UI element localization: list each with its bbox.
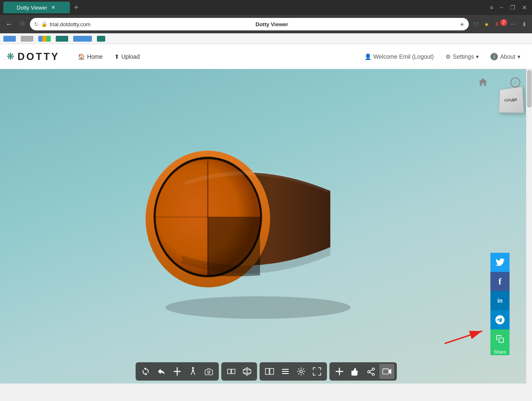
svg-rect-9 bbox=[228, 369, 231, 374]
main-nav: 🏠 Home ⬆ Upload bbox=[73, 51, 145, 62]
share-action-button[interactable] bbox=[364, 364, 379, 379]
viewer-info-button[interactable]: i bbox=[510, 77, 520, 87]
toolbar-group-nav bbox=[136, 362, 219, 381]
zoom-button[interactable] bbox=[170, 364, 185, 379]
browser-window: Dotty Viewer ✕ + ≡ − ❐ ✕ ← Я ↻ 🔒 trial.d… bbox=[0, 0, 532, 44]
badge-7-icon: 7 bbox=[500, 19, 507, 26]
toolbar-group-structure bbox=[260, 362, 327, 381]
like-button[interactable] bbox=[348, 364, 363, 379]
nav-cube[interactable]: СЗАДИ bbox=[498, 87, 526, 116]
bookmark-1[interactable] bbox=[3, 36, 16, 42]
svg-rect-10 bbox=[231, 369, 235, 374]
nav-home-label: Home bbox=[87, 53, 102, 60]
restore-icon[interactable]: ❐ bbox=[508, 4, 517, 11]
nav-extensions: 🛡 ★ K 7 ··· ⬇ bbox=[471, 20, 529, 29]
tab-favicon bbox=[8, 5, 14, 10]
lock-icon: 🔒 bbox=[41, 21, 47, 27]
list-button[interactable] bbox=[278, 364, 293, 379]
toolbar-group-actions bbox=[329, 362, 397, 381]
svg-marker-29 bbox=[388, 369, 391, 374]
about-chevron-icon: ▾ bbox=[517, 53, 520, 60]
svg-point-24 bbox=[367, 371, 369, 373]
address-bar[interactable]: ↻ 🔒 trial.dotdotty.com Dotty Viewer ★ bbox=[30, 18, 469, 30]
user-menu[interactable]: 👤 Welcome Emil (Logout) bbox=[359, 51, 439, 62]
svg-point-8 bbox=[208, 371, 210, 373]
url-page: Dotty Viewer bbox=[255, 21, 457, 27]
toolbar-group-view bbox=[221, 362, 257, 381]
bookmark-6[interactable] bbox=[97, 36, 105, 42]
fit-view-button[interactable] bbox=[224, 364, 239, 379]
logo-text: DOTTY bbox=[17, 51, 59, 62]
refresh-icon[interactable]: ↻ bbox=[34, 21, 39, 27]
svg-point-23 bbox=[372, 368, 374, 370]
walk-button[interactable] bbox=[186, 364, 200, 379]
copy-share-button[interactable] bbox=[490, 329, 510, 349]
header-right: 👤 Welcome Emil (Logout) ⚙ Settings ▾ i A… bbox=[359, 50, 525, 63]
pipe-object bbox=[134, 102, 366, 337]
svg-rect-28 bbox=[383, 369, 388, 374]
star-icon[interactable]: ★ bbox=[482, 20, 491, 29]
more-dots-icon[interactable]: ··· bbox=[509, 20, 518, 29]
facebook-share-button[interactable]: f bbox=[490, 272, 510, 291]
bookmark-2[interactable] bbox=[21, 36, 33, 42]
viewer-home-button[interactable] bbox=[478, 77, 488, 90]
viewer-area[interactable]: i СЗАДИ f in Share bbox=[0, 69, 532, 384]
svg-point-25 bbox=[372, 374, 374, 376]
bookmark-star-icon[interactable]: ★ bbox=[460, 21, 465, 27]
nav-bar: ← Я ↻ 🔒 trial.dotdotty.com Dotty Viewer … bbox=[0, 15, 532, 33]
svg-line-26 bbox=[369, 372, 372, 374]
add-button[interactable] bbox=[332, 364, 347, 379]
settings-menu[interactable]: ⚙ Settings ▾ bbox=[440, 51, 484, 62]
close-icon[interactable]: ✕ bbox=[520, 4, 529, 11]
twitter-share-button[interactable] bbox=[490, 253, 510, 272]
cube-label: СЗАДИ bbox=[504, 97, 517, 102]
dotty-logo: ❋ DOTTY bbox=[7, 51, 59, 62]
share-panel: f in Share bbox=[490, 253, 510, 355]
svg-rect-4 bbox=[499, 338, 504, 343]
pan-button[interactable] bbox=[154, 364, 169, 379]
bookmark-4[interactable] bbox=[56, 36, 68, 42]
bookmark-3[interactable] bbox=[38, 36, 51, 42]
nav-upload-label: Upload bbox=[121, 53, 140, 60]
telegram-share-button[interactable] bbox=[490, 310, 510, 329]
user-icon: 👤 bbox=[364, 53, 371, 60]
bottom-toolbar bbox=[0, 359, 532, 384]
record-button[interactable] bbox=[379, 364, 394, 379]
info-icon: i bbox=[490, 53, 498, 60]
tab-title: Dotty Viewer bbox=[17, 5, 47, 11]
split-button[interactable] bbox=[262, 364, 277, 379]
nav-home[interactable]: 🏠 Home bbox=[73, 51, 107, 62]
minimize-icon[interactable]: − bbox=[498, 4, 505, 11]
new-tab-button[interactable]: + bbox=[72, 3, 81, 12]
rotate-button[interactable] bbox=[138, 364, 153, 379]
logo-snowflake-icon: ❋ bbox=[7, 51, 14, 62]
red-arrow bbox=[440, 327, 490, 354]
settings-button[interactable] bbox=[294, 364, 309, 379]
svg-point-7 bbox=[192, 367, 194, 369]
window-controls: ≡ − ❐ ✕ bbox=[488, 4, 529, 11]
scrollbar[interactable] bbox=[526, 69, 532, 384]
home-icon: 🏠 bbox=[78, 53, 85, 60]
scrollbar-thumb[interactable] bbox=[527, 70, 532, 107]
svg-rect-16 bbox=[270, 369, 273, 374]
svg-point-0 bbox=[166, 296, 350, 319]
upload-icon: ⬆ bbox=[114, 53, 119, 60]
about-label: About bbox=[500, 53, 515, 60]
download-icon[interactable]: ⬇ bbox=[520, 20, 529, 29]
camera-button[interactable] bbox=[201, 364, 216, 379]
linkedin-share-button[interactable]: in bbox=[490, 291, 510, 310]
active-tab[interactable]: Dotty Viewer ✕ bbox=[3, 2, 70, 13]
bookmarks-bar bbox=[0, 33, 532, 44]
tab-close-icon[interactable]: ✕ bbox=[51, 5, 55, 10]
menu-icon[interactable]: ≡ bbox=[488, 4, 495, 11]
fullscreen-button[interactable] bbox=[309, 364, 324, 379]
nav-upload[interactable]: ⬆ Upload bbox=[109, 51, 145, 62]
bookmark-5[interactable] bbox=[73, 36, 92, 42]
gear-icon: ⚙ bbox=[445, 53, 451, 60]
back-button[interactable]: ← bbox=[3, 19, 15, 30]
forward-button[interactable]: Я bbox=[17, 19, 27, 30]
about-menu[interactable]: i About ▾ bbox=[485, 50, 525, 63]
3d-view-button[interactable] bbox=[240, 364, 255, 379]
tab-bar: Dotty Viewer ✕ + ≡ − ❐ ✕ bbox=[0, 0, 532, 15]
shield-icon[interactable]: 🛡 bbox=[471, 20, 480, 29]
